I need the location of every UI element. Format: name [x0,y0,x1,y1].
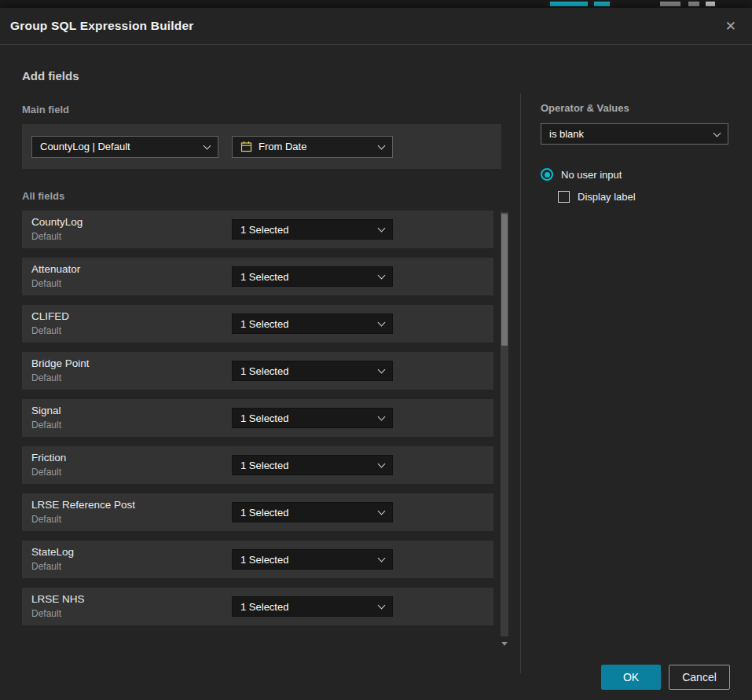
field-count-select[interactable]: 1 Selected [232,502,393,522]
operator-select-value: is blank [549,128,584,140]
operator-values-heading: Operator & Values [541,102,752,114]
field-count-select-value: 1 Selected [240,318,288,330]
cancel-button[interactable]: Cancel [669,665,730,690]
field-name: CLIFED [31,310,69,322]
chevron-down-icon [378,460,386,468]
clipped-background-content [688,2,699,6]
field-name: Attenuator [31,263,80,275]
main-field-select[interactable]: From Date [232,136,393,158]
field-subtitle: Default [31,467,66,478]
dialog-footer: OK Cancel [0,654,752,700]
field-count-select-value: 1 Selected [240,507,288,519]
field-count-select-value: 1 Selected [240,271,288,283]
screen: Group SQL Expression Builder ✕ Add field… [0,0,752,700]
clipped-background-content [550,2,588,6]
field-row: LRSE Reference Post Default 1 Selected [22,493,493,531]
field-count-select[interactable]: 1 Selected [232,219,393,240]
field-name: Signal [31,405,61,416]
scrollbar-thumb[interactable] [501,214,508,346]
chevron-down-icon [378,272,386,280]
layer-select-value: CountyLog | Default [40,141,130,152]
field-subtitle: Default [31,325,69,336]
field-row-text: CLIFED Default [31,310,69,336]
field-count-select[interactable]: 1 Selected [232,361,393,381]
field-subtitle: Default [31,514,135,525]
main-field-panel: CountyLog | Default From Date [22,124,501,169]
chevron-down-icon [378,602,386,610]
field-count-select-value: 1 Selected [240,554,288,566]
field-count-select-value: 1 Selected [240,224,288,236]
field-count-select[interactable]: 1 Selected [232,266,393,287]
field-name: Bridge Point [31,357,90,369]
display-label-text: Display label [578,191,636,203]
chevron-down-icon [378,413,386,421]
field-row-text: Friction Default [31,452,66,478]
layer-select[interactable]: CountyLog | Default [31,136,218,158]
scrollbar-down-arrow-icon[interactable] [501,642,508,646]
chevron-down-icon [378,225,386,233]
field-count-select-value: 1 Selected [240,601,288,613]
operator-values-column: Operator & Values is blank No user input… [521,45,752,203]
main-field-select-value: From Date [259,141,306,152]
field-count-select-value: 1 Selected [240,365,288,377]
no-user-input-label: No user input [561,169,622,181]
add-fields-heading: Add fields [22,69,520,82]
dialog-header: Group SQL Expression Builder ✕ [0,8,752,45]
no-user-input-radio[interactable]: No user input [541,168,752,181]
fields-column: Add fields Main field CountyLog | Defaul… [0,45,520,635]
dialog-title: Group SQL Expression Builder [10,19,194,33]
all-fields-list-wrap: CountyLog Default 1 Selected Attenuator … [22,211,520,625]
field-row-text: LRSE Reference Post Default [31,499,135,525]
scrollbar-track[interactable] [501,212,508,636]
field-count-select[interactable]: 1 Selected [232,408,393,428]
chevron-down-icon [378,141,386,149]
group-sql-expression-builder-dialog: Group SQL Expression Builder ✕ Add field… [0,8,752,700]
field-subtitle: Default [31,608,85,619]
close-icon[interactable]: ✕ [722,16,739,36]
field-row: LRSE NHS Default 1 Selected [22,588,493,625]
field-row: CLIFED Default 1 Selected [22,305,493,343]
field-name: Friction [31,452,66,464]
main-field-label: Main field [22,104,520,115]
field-row: Attenuator Default 1 Selected [22,258,493,295]
operator-select[interactable]: is blank [541,123,728,145]
field-subtitle: Default [31,231,83,242]
field-row: CountyLog Default 1 Selected [22,211,493,248]
field-count-select[interactable]: 1 Selected [232,596,393,617]
chevron-down-icon [713,129,721,137]
field-row: Signal Default 1 Selected [22,399,493,437]
field-row-text: StateLog Default [31,546,74,572]
ok-button[interactable]: OK [601,665,661,690]
field-subtitle: Default [31,372,90,383]
field-count-select[interactable]: 1 Selected [232,455,393,475]
clipped-background-content [706,2,715,6]
chevron-down-icon [378,319,386,327]
field-count-select-value: 1 Selected [240,412,288,424]
field-row: StateLog Default 1 Selected [22,541,493,578]
clipped-background-app [0,0,752,8]
field-subtitle: Default [31,420,61,431]
radio-selected-icon [541,168,553,181]
chevron-down-icon [378,508,386,515]
checkbox-unchecked-icon [558,191,570,203]
chevron-down-icon [378,555,386,563]
all-fields-label: All fields [22,190,520,202]
field-count-select[interactable]: 1 Selected [232,549,393,570]
field-subtitle: Default [31,561,74,572]
field-row-text: CountyLog Default [31,216,83,242]
field-row: Friction Default 1 Selected [22,446,493,484]
clipped-background-content [594,2,610,6]
field-name: LRSE Reference Post [31,499,135,511]
all-fields-list: CountyLog Default 1 Selected Attenuator … [22,211,520,625]
chevron-down-icon [378,366,386,374]
display-label-checkbox[interactable]: Display label [558,191,752,203]
field-subtitle: Default [31,278,80,289]
field-row-text: LRSE NHS Default [31,593,85,619]
chevron-down-icon [204,141,211,149]
field-row-text: Bridge Point Default [31,357,90,383]
clipped-background-content [660,2,680,6]
field-row-text: Attenuator Default [31,263,80,289]
dialog-body: Add fields Main field CountyLog | Defaul… [0,45,752,654]
calendar-icon [240,141,252,152]
field-count-select[interactable]: 1 Selected [232,313,393,334]
